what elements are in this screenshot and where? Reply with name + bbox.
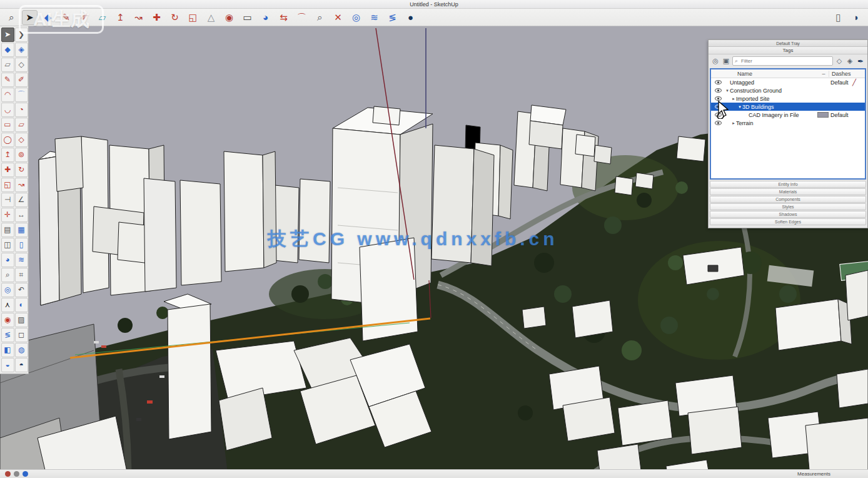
sign-in-icon[interactable]: ◗ bbox=[849, 10, 864, 25]
expander-icon[interactable]: ▸ bbox=[731, 96, 736, 101]
scale-tool-icon[interactable]: ◱ bbox=[185, 10, 201, 25]
tag-pencil-icon[interactable]: ✒ bbox=[856, 57, 865, 66]
3d-text-tool[interactable]: ▦ bbox=[15, 223, 28, 237]
help-icon[interactable] bbox=[14, 471, 19, 477]
zoom-window-icon[interactable]: ⌕ bbox=[312, 10, 328, 25]
tape-measure-icon[interactable]: ⌒ bbox=[294, 10, 310, 25]
line-tool[interactable]: ✎ bbox=[1, 73, 14, 87]
shaded-view-icon[interactable]: ● bbox=[403, 10, 418, 25]
sort-indicator[interactable]: – bbox=[819, 71, 829, 77]
model-info-icon[interactable] bbox=[23, 471, 28, 477]
polygon-tool[interactable]: ◇ bbox=[15, 133, 28, 147]
visibility-eye-icon[interactable] bbox=[715, 88, 722, 93]
wireframe-view[interactable]: ≶ bbox=[1, 328, 14, 342]
two-point-arc-tool[interactable]: ⌒ bbox=[15, 88, 28, 102]
x-ray-view[interactable]: ▨ bbox=[15, 313, 28, 327]
collapsed-panel-styles[interactable]: Styles bbox=[710, 203, 866, 210]
panel-icon[interactable]: ▯ bbox=[830, 10, 846, 25]
layers-view-icon[interactable]: ≶ bbox=[385, 10, 400, 25]
select-tool[interactable]: ➤ bbox=[1, 28, 14, 42]
zoom-tool-icon[interactable]: ⌕ bbox=[4, 10, 19, 25]
tag-untagged[interactable]: UntaggedDefault╱ bbox=[711, 78, 865, 86]
tag-label[interactable]: Construction Ground bbox=[730, 88, 830, 94]
monochrome-view[interactable]: ◒ bbox=[1, 358, 14, 372]
zoom-window-tool[interactable]: ⌗ bbox=[15, 268, 28, 282]
label-tool-icon[interactable]: ▭ bbox=[240, 10, 255, 25]
walk-tool[interactable]: ⋏ bbox=[1, 298, 14, 312]
paint-bucket-icon[interactable]: ◆ bbox=[40, 10, 56, 25]
tray-title[interactable]: Default Tray bbox=[709, 40, 867, 47]
axes-tool[interactable]: ✛ bbox=[1, 208, 14, 222]
previous-view-tool[interactable]: ↶ bbox=[15, 283, 28, 297]
look-around-tool[interactable]: ◐ bbox=[15, 298, 28, 312]
push-pull-icon[interactable]: ↥ bbox=[113, 10, 128, 25]
position-camera-icon[interactable]: ◉ bbox=[221, 10, 237, 25]
position-camera-tool[interactable]: ◉ bbox=[1, 313, 14, 327]
sample-paint-tool[interactable]: ◈ bbox=[15, 43, 28, 57]
tape-measure-tool[interactable]: ⊣ bbox=[1, 193, 14, 207]
column-name[interactable]: Name bbox=[737, 71, 819, 77]
collapsed-panel-entity-info[interactable]: Entity Info bbox=[710, 181, 866, 188]
tag-color-swatch[interactable] bbox=[817, 112, 829, 118]
dimension-tool[interactable]: ↔ bbox=[15, 208, 28, 222]
tags-panel-title[interactable]: Tags bbox=[709, 47, 867, 54]
visibility-eye-icon[interactable] bbox=[715, 121, 722, 125]
visibility-eye-icon[interactable] bbox=[715, 104, 722, 109]
line-tool-icon[interactable]: ✎ bbox=[58, 10, 74, 25]
zoom-extents-icon[interactable]: ◎ bbox=[348, 10, 364, 25]
paint-bucket-tool[interactable]: ◆ bbox=[1, 43, 14, 57]
rotated-rectangle-tool[interactable]: ▱ bbox=[15, 118, 28, 132]
tag-filter-input[interactable] bbox=[740, 58, 830, 64]
tag-folder-construction-ground[interactable]: ▾Construction Ground bbox=[711, 86, 865, 94]
follow-me-icon[interactable]: ↝ bbox=[131, 10, 146, 25]
collapsed-panel-components[interactable]: Components bbox=[710, 196, 866, 203]
tag-filter-search[interactable]: ⌕ bbox=[732, 56, 833, 66]
collapsed-panel-soften-edges[interactable]: Soften Edges bbox=[710, 218, 866, 225]
tag-folder-terrain[interactable]: ▸Terrain bbox=[711, 119, 865, 127]
circle-tool[interactable]: ◯ bbox=[1, 133, 14, 147]
tag-label[interactable]: CAD Imagery in File bbox=[749, 112, 817, 118]
soften-edges-tool[interactable]: ◇ bbox=[15, 58, 28, 72]
warning-icon[interactable]: △ bbox=[203, 10, 219, 25]
rotate-tool[interactable]: ↻ bbox=[15, 163, 28, 177]
expander-icon[interactable]: ▾ bbox=[725, 88, 730, 93]
tag-label[interactable]: 3D Buildings bbox=[742, 104, 830, 110]
zoom-extents-tool[interactable]: ◎ bbox=[1, 283, 14, 297]
visibility-eye-icon[interactable] bbox=[715, 80, 722, 84]
zoom-tool[interactable]: ⌕ bbox=[1, 268, 14, 282]
offset-tool-icon[interactable]: ⇆ bbox=[276, 10, 291, 25]
pan-tool[interactable]: ≋ bbox=[15, 253, 28, 267]
rectangle-tool[interactable]: ▭ bbox=[1, 118, 14, 132]
color-by-tag-icon[interactable]: ◈ bbox=[845, 57, 854, 66]
shaded-view[interactable]: ◧ bbox=[1, 343, 14, 357]
offset-tool[interactable]: ⊚ bbox=[15, 148, 28, 162]
tag-cad-imagery[interactable]: CAD Imagery in FileDefault bbox=[711, 111, 865, 119]
pie-tool[interactable]: ◔ bbox=[15, 103, 28, 117]
visibility-eye-icon[interactable] bbox=[715, 113, 722, 117]
arc-tool[interactable]: ◠ bbox=[1, 88, 14, 102]
scale-tool[interactable]: ◱ bbox=[1, 178, 14, 192]
rotate-tool-icon[interactable]: ↻ bbox=[167, 10, 183, 25]
purge-tags-icon[interactable]: ◇ bbox=[835, 57, 844, 66]
add-tag-icon[interactable]: ◎ bbox=[711, 57, 720, 66]
pan-tool-icon[interactable]: ≋ bbox=[366, 10, 382, 25]
expander-icon[interactable]: ▸ bbox=[731, 121, 736, 126]
hidden-line-view[interactable]: ◻ bbox=[15, 328, 28, 342]
collapsed-panel-shadows[interactable]: Shadows bbox=[710, 211, 866, 218]
tag-3d-buildings[interactable]: ▾3D Buildings bbox=[711, 103, 865, 111]
freehand-tool[interactable]: ✐ bbox=[15, 73, 28, 87]
shaded-textures-view[interactable]: ◍ bbox=[15, 343, 28, 357]
select-tool-icon[interactable]: ➤ bbox=[22, 10, 38, 25]
axes-tool-icon[interactable]: ✕ bbox=[330, 10, 346, 25]
palette-collapse[interactable]: ❯ bbox=[15, 28, 28, 42]
tag-label[interactable]: Untagged bbox=[730, 79, 830, 86]
geolocation-icon[interactable] bbox=[5, 471, 11, 477]
back-edges-view[interactable]: ◓ bbox=[15, 358, 28, 372]
plane-tool[interactable]: ▯ bbox=[15, 238, 28, 252]
rectangle-tool-icon[interactable]: ▱ bbox=[94, 10, 110, 25]
tag-label[interactable]: Imported Site bbox=[736, 96, 830, 102]
dashes-value[interactable]: Default bbox=[830, 112, 865, 118]
eraser-tool[interactable]: ▱ bbox=[1, 58, 14, 72]
text-tool[interactable]: ▤ bbox=[1, 223, 14, 237]
tag-folder-imported-site[interactable]: ▸Imported Site bbox=[711, 94, 865, 103]
